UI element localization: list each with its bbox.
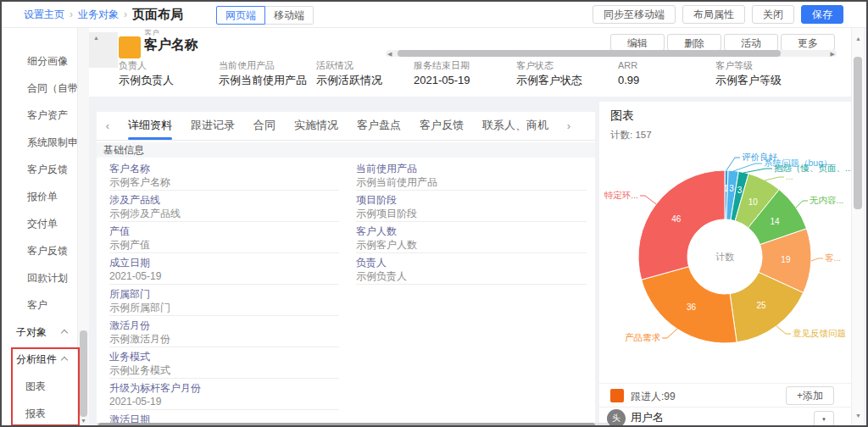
field-value: 示例激活月份 [109, 333, 339, 345]
detail-field: 涉及产品线示例涉及产品线 [109, 194, 339, 222]
field-label: 客户人数 [356, 225, 587, 237]
topbar-action-button[interactable]: 关闭 [752, 5, 794, 24]
collapse-strip[interactable]: ▲ [89, 32, 118, 68]
sidebar-item[interactable]: 合同（自带） [2, 75, 77, 102]
record-actions: 编辑删除活动更多 [610, 34, 835, 51]
scroll-up-icon[interactable]: ▲ [93, 35, 99, 41]
record-title: 客户名称 [144, 36, 198, 54]
header-scrollbar-thumb[interactable] [398, 50, 781, 57]
sidebar-item[interactable]: 细分画像 [2, 47, 77, 75]
field-value: 示例项目阶段 [356, 208, 587, 219]
record-action-button[interactable]: 活动 [724, 34, 778, 51]
field-label: 涉及产品线 [109, 194, 339, 206]
topbar-action-button[interactable]: 布局属性 [682, 5, 745, 24]
sidebar-scrollbar[interactable]: ▼ [78, 27, 89, 425]
sidebar-item[interactable]: 报价单 [2, 183, 77, 210]
tabs-scroll-right-icon[interactable]: › [558, 119, 580, 132]
pie-label-line [796, 201, 808, 208]
sidebar-scrollbar-thumb[interactable] [80, 330, 87, 417]
detail-horizontal-scrollbar[interactable] [97, 423, 609, 427]
topbar: 设置主页›业务对象›页面布局 网页端移动端 同步至移动端布局属性关闭保存 [2, 2, 866, 28]
detail-field: 负责人示例负责人 [356, 257, 587, 285]
detail-tab[interactable]: 实施情况 [294, 112, 338, 140]
page-vertical-scrollbar[interactable]: ▲ ▼ [851, 27, 864, 425]
detail-tabs-bar: ‹ 详细资料跟进记录合同实施情况客户盘点客户反馈联系人、商机 › [97, 112, 595, 141]
header-field: 客户等级示例客户等级 [715, 59, 810, 88]
pie-value-label: 36 [687, 302, 697, 312]
detail-tab[interactable]: 客户盘点 [357, 112, 401, 140]
sidebar-item[interactable]: 回款计划 [2, 264, 77, 291]
sidebar-group[interactable]: 子对象 [2, 319, 77, 346]
view-tab-web[interactable]: 网页端 [216, 6, 265, 25]
header-horizontal-scrollbar[interactable]: ◀ ▶ [386, 50, 837, 57]
chevron-up-icon [61, 330, 68, 336]
field-value: 示例所属部门 [109, 302, 339, 313]
record-action-button[interactable]: 更多 [781, 34, 835, 51]
detail-tab[interactable]: 联系人、商机 [482, 112, 548, 140]
breadcrumb-item[interactable]: 业务对象 [78, 8, 119, 22]
sidebar-item[interactable]: 交付单 [2, 210, 77, 237]
record-action-button[interactable]: 删除 [667, 34, 721, 51]
pie-label-line [765, 177, 784, 180]
pie-value-label: 14 [770, 217, 780, 226]
field-value: 示例产值 [109, 239, 339, 251]
detail-scrollbar-thumb[interactable] [98, 423, 595, 427]
pie-label: 无内容... [810, 195, 843, 205]
field-label: 服务结束日期 [414, 59, 509, 71]
topbar-actions: 同步至移动端布局属性关闭保存 [593, 5, 843, 24]
pie-label: 客... [825, 252, 841, 263]
sidebar-item[interactable]: 客户反馈 [2, 156, 77, 183]
record-action-button[interactable]: 编辑 [610, 34, 665, 51]
fields-column-right: 当前使用产品示例当前使用产品项目阶段示例项目阶段客户人数示例客户人数负责人示例负… [356, 163, 587, 288]
sidebar-item[interactable]: 客户反馈 [2, 237, 77, 264]
field-value: 0.99 [618, 73, 713, 88]
header-field: 客户状态示例客户状态 [516, 59, 611, 88]
section-header: 基础信息 [97, 142, 595, 158]
detail-tab[interactable]: 客户反馈 [420, 112, 464, 140]
scroll-down-icon[interactable]: ▼ [855, 413, 861, 419]
detail-tab[interactable]: 合同 [253, 112, 275, 140]
pie-label-line [726, 158, 740, 170]
user-subtitle: 职位名称 负责人 [631, 424, 693, 427]
breadcrumb-item[interactable]: 设置主页 [24, 8, 64, 22]
add-follower-button[interactable]: +添加 [786, 386, 834, 405]
scroll-up-icon[interactable]: ▲ [855, 36, 861, 42]
sidebar-item[interactable]: 客户资产 [2, 102, 77, 129]
user-dropdown-button[interactable]: ▼ [814, 411, 834, 427]
field-value: 2021-05-19 [414, 73, 509, 88]
field-value: 示例负责人 [356, 270, 587, 282]
field-label: ARR [618, 59, 713, 71]
pie-label: 意见反馈问题 [793, 328, 846, 338]
sidebar-item[interactable]: 报表 [2, 400, 77, 425]
sidebar-item[interactable]: 客户 [2, 291, 77, 319]
scroll-left-icon[interactable]: ◀ [387, 51, 392, 57]
user-row: 头 用户名 职位名称 负责人 ▼ [599, 407, 851, 427]
chevron-up-icon [61, 357, 68, 363]
detail-tab[interactable]: 跟进记录 [191, 112, 235, 140]
field-value: 示例业务模式 [109, 364, 339, 376]
pie-value-label: 3 [729, 184, 734, 193]
sidebar-item[interactable]: 系统限制申请明细 [2, 129, 77, 156]
sidebar: 细分画像合同（自带）客户资产系统限制申请明细客户反馈报价单交付单客户反馈回款计划… [2, 27, 78, 425]
detail-tabs: 详细资料跟进记录合同实施情况客户盘点客户反馈联系人、商机 [119, 112, 558, 140]
page-scrollbar-thumb[interactable] [854, 57, 862, 209]
field-value: 示例涉及产品线 [109, 208, 339, 219]
tabs-scroll-left-icon[interactable]: ‹ [97, 119, 119, 132]
scroll-down-icon[interactable]: ▼ [81, 418, 86, 424]
scroll-right-icon[interactable]: ▶ [831, 51, 835, 57]
view-tab-mobile[interactable]: 移动端 [265, 6, 314, 25]
field-label: 当前使用产品 [219, 59, 314, 71]
field-value: 示例客户等级 [715, 73, 810, 88]
field-label: 业务模式 [109, 351, 339, 363]
sidebar-group[interactable]: 分析组件 [2, 346, 77, 373]
record-type-tag: 客户 [144, 28, 159, 36]
field-value: 示例当前使用产品 [356, 176, 587, 188]
topbar-action-button[interactable]: 同步至移动端 [593, 5, 676, 24]
pie-slice[interactable] [638, 170, 725, 280]
detail-tab[interactable]: 详细资料 [128, 112, 172, 140]
field-label: 产值 [109, 225, 339, 237]
save-button[interactable]: 保存 [801, 5, 843, 24]
detail-field: 当前使用产品示例当前使用产品 [356, 163, 587, 191]
sidebar-item[interactable]: 图表 [2, 373, 77, 400]
pie-value-label: 46 [671, 214, 682, 224]
